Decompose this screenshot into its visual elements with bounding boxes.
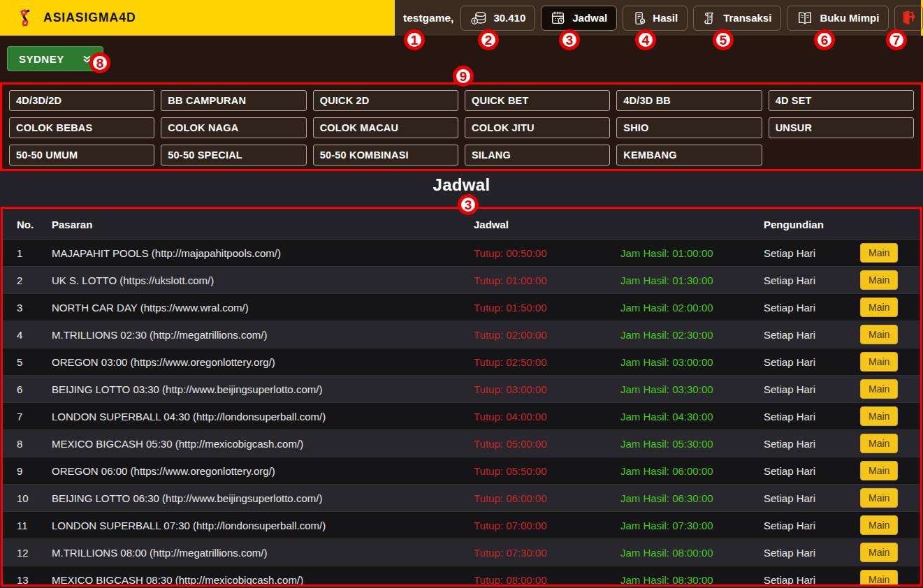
pengundian-cell: Setiap Hari <box>761 539 852 566</box>
table-row: 12 M.TRILLIONS 08:00 (http://megatrillio… <box>3 539 920 566</box>
table-row: 6 BEIJING LOTTO 03:30 (http://www.beijin… <box>3 376 920 403</box>
schedule-table: No. Pasaran Jadwal Pengundian 1 MAJAPAHI… <box>3 209 920 587</box>
game-type-button[interactable]: 50-50 KOMBINASI <box>313 145 458 166</box>
pasaran-cell: BEIJING LOTTO 03:30 (http://www.beijings… <box>39 376 471 403</box>
column-header-pengundian: Pengundian <box>761 209 852 240</box>
game-type-button[interactable]: COLOK BEBAS <box>9 117 154 138</box>
nav-hasil-button[interactable]: Hasil <box>623 6 688 31</box>
row-number: 11 <box>3 512 39 539</box>
column-header-no: No. <box>3 209 39 240</box>
nav-buku-mimpi-button[interactable]: Buku Mimpi <box>787 6 889 31</box>
pasaran-cell: UK S. LOTTO (https://ukslott.com/) <box>39 267 471 294</box>
hasil-time: Jam Hasil: 08:30:00 <box>618 566 761 587</box>
tutup-time: Tutup: 00:50:00 <box>471 240 618 267</box>
game-type-button[interactable]: BB CAMPURAN <box>161 90 306 111</box>
nav-buku-mimpi-label: Buku Mimpi <box>820 12 879 24</box>
game-buttons-grid: 4D/3D/2DBB CAMPURANQUICK 2DQUICK BET4D/3… <box>9 90 914 163</box>
game-type-button[interactable]: 4D/3D BB <box>616 90 762 111</box>
game-type-button[interactable]: COLOK MACAU <box>313 117 458 138</box>
game-type-button[interactable]: SHIO <box>616 117 762 138</box>
row-number: 10 <box>3 485 39 512</box>
annotation-9: 9 <box>453 66 474 87</box>
pengundian-cell: Setiap Hari <box>761 321 852 348</box>
row-number: 12 <box>3 539 39 566</box>
main-button[interactable]: Main <box>860 352 898 372</box>
main-button[interactable]: Main <box>860 325 898 344</box>
main-button[interactable]: Main <box>860 515 898 535</box>
main-button[interactable]: Main <box>860 461 898 480</box>
game-type-button[interactable]: 50-50 UMUM <box>9 145 154 166</box>
hasil-time: Jam Hasil: 03:00:00 <box>618 348 761 376</box>
tutup-time: Tutup: 02:00:00 <box>471 321 618 348</box>
brand-logo[interactable]: ASIASIGMA4D <box>18 0 136 36</box>
pengundian-cell: Setiap Hari <box>761 430 852 457</box>
game-type-button[interactable]: 4D SET <box>769 90 914 111</box>
scroll-icon <box>703 10 717 26</box>
open-book-icon <box>797 11 813 25</box>
tutup-time: Tutup: 05:50:00 <box>471 457 618 485</box>
game-type-button[interactable]: KEMBANG <box>616 145 762 166</box>
tutup-time: Tutup: 02:50:00 <box>471 348 618 376</box>
column-header-spacer <box>618 209 761 240</box>
main-button[interactable]: Main <box>860 270 898 290</box>
annotation-4: 4 <box>635 29 656 50</box>
balance-button[interactable]: 30.410 <box>460 6 535 31</box>
main-button[interactable]: Main <box>860 543 898 562</box>
brand-name: ASIASIGMA4D <box>43 10 136 25</box>
main-button[interactable]: Main <box>860 488 898 508</box>
hasil-time: Jam Hasil: 02:00:00 <box>618 294 761 321</box>
column-header-pasaran: Pasaran <box>39 209 471 240</box>
hasil-time: Jam Hasil: 03:30:00 <box>618 376 761 403</box>
game-type-button[interactable]: 50-50 SPECIAL <box>161 145 306 166</box>
schedule-title: Jadwal <box>0 175 923 195</box>
game-type-button[interactable]: QUICK BET <box>465 90 610 111</box>
pasaran-cell: M.TRILLIONS 08:00 (http://megatrillions.… <box>39 539 471 566</box>
pengundian-cell: Setiap Hari <box>761 240 852 267</box>
market-selected-label: SYDNEY <box>19 53 64 65</box>
upper-section: SYDNEY 4D/3D/2DBB CAMPURANQUICK 2DQUICK … <box>0 36 923 171</box>
row-number: 6 <box>3 376 39 403</box>
nav-jadwal-button[interactable]: Jadwal <box>541 6 617 31</box>
game-type-button[interactable]: COLOK JITU <box>465 117 610 138</box>
game-type-button[interactable]: 4D/3D/2D <box>9 90 154 111</box>
game-type-button[interactable]: QUICK 2D <box>313 90 458 111</box>
logout-button[interactable] <box>894 6 923 31</box>
topbar: ASIASIGMA4D testgame, 30.410 <box>0 0 923 36</box>
table-row: 7 LONDON SUPERBALL 04:30 (http://londons… <box>3 403 920 430</box>
hasil-time: Jam Hasil: 04:30:00 <box>618 403 761 430</box>
schedule-table-panel: No. Pasaran Jadwal Pengundian 1 MAJAPAHI… <box>1 207 922 587</box>
row-number: 2 <box>3 267 39 294</box>
main-button[interactable]: Main <box>860 297 898 317</box>
pasaran-cell: M.TRILLIONS 02:30 (http://megatrillions.… <box>39 321 471 348</box>
nav-jadwal-label: Jadwal <box>572 12 607 24</box>
hasil-time: Jam Hasil: 05:30:00 <box>618 430 761 457</box>
nav-transaksi-button[interactable]: Transaksi <box>693 6 781 31</box>
table-row: 2 UK S. LOTTO (https://ukslott.com/) Tut… <box>3 267 920 294</box>
nav-transaksi-label: Transaksi <box>723 12 771 24</box>
main-button[interactable]: Main <box>860 243 898 263</box>
pasaran-cell: NORTH CAR DAY (https://www.wral.com/) <box>39 294 471 321</box>
table-row: 8 MEXICO BIGCASH 05:30 (http://mexicobig… <box>3 430 920 457</box>
hasil-time: Jam Hasil: 06:30:00 <box>618 485 761 512</box>
hasil-time: Jam Hasil: 01:00:00 <box>618 240 761 267</box>
game-type-button[interactable]: COLOK NAGA <box>161 117 306 138</box>
game-type-button[interactable]: UNSUR <box>769 117 914 138</box>
annotation-8: 8 <box>89 52 110 73</box>
tutup-time: Tutup: 06:00:00 <box>471 485 618 512</box>
coins-icon <box>470 11 487 25</box>
row-number: 13 <box>3 566 39 587</box>
pasaran-cell: MEXICO BIGCASH 08:30 (http://mexicobigca… <box>39 566 471 587</box>
hasil-time: Jam Hasil: 06:00:00 <box>618 457 761 485</box>
pengundian-cell: Setiap Hari <box>761 348 852 376</box>
hasil-time: Jam Hasil: 02:30:00 <box>618 321 761 348</box>
main-button[interactable]: Main <box>860 379 898 399</box>
row-number: 7 <box>3 403 39 430</box>
main-button[interactable]: Main <box>860 434 898 453</box>
pasaran-cell: MAJAPAHIT POOLS (http://majapahitpools.c… <box>39 240 471 267</box>
pengundian-cell: Setiap Hari <box>761 403 852 430</box>
game-type-button[interactable]: SILANG <box>465 145 610 166</box>
main-button[interactable]: Main <box>860 570 898 587</box>
logout-door-icon <box>901 10 917 26</box>
market-select-button[interactable]: SYDNEY <box>7 46 103 71</box>
main-button[interactable]: Main <box>860 406 898 426</box>
